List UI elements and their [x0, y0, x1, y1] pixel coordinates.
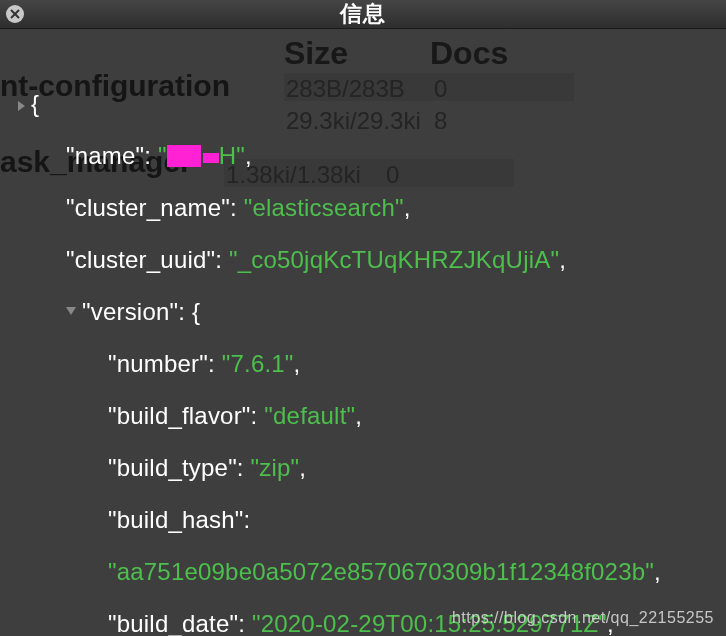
json-key: "cluster_name"	[66, 194, 230, 221]
watermark: https://blog.csdn.net/qq_22155255	[452, 609, 714, 627]
redacted-block	[203, 153, 219, 163]
json-key: "build_type"	[108, 454, 237, 481]
json-value: "default"	[264, 402, 355, 429]
json-value: "_co50jqKcTUqKHRZJKqUjiA"	[229, 246, 559, 273]
json-key: "build_flavor"	[108, 402, 251, 429]
json-viewer: { "name": "H", "cluster_name": "elastics…	[0, 29, 726, 636]
json-key: "version"	[82, 298, 178, 325]
json-key: "build_hash"	[108, 506, 244, 533]
expand-icon[interactable]	[66, 307, 76, 320]
json-key: "cluster_uuid"	[66, 246, 215, 273]
json-value: "elasticsearch"	[244, 194, 404, 221]
expand-icon[interactable]	[18, 101, 25, 111]
json-key: "build_date"	[108, 610, 238, 636]
redacted-block	[167, 145, 201, 167]
json-value: "zip"	[251, 454, 300, 481]
json-value: "7.6.1"	[222, 350, 294, 377]
close-button[interactable]	[6, 5, 24, 23]
json-key: "number"	[108, 350, 208, 377]
json-value: H"	[219, 142, 245, 169]
close-icon	[9, 8, 21, 20]
json-value: "aa751e09be0a5072e8570670309b1f12348f023…	[108, 558, 654, 585]
json-key: "name"	[66, 142, 144, 169]
window-title: 信息	[24, 0, 702, 29]
